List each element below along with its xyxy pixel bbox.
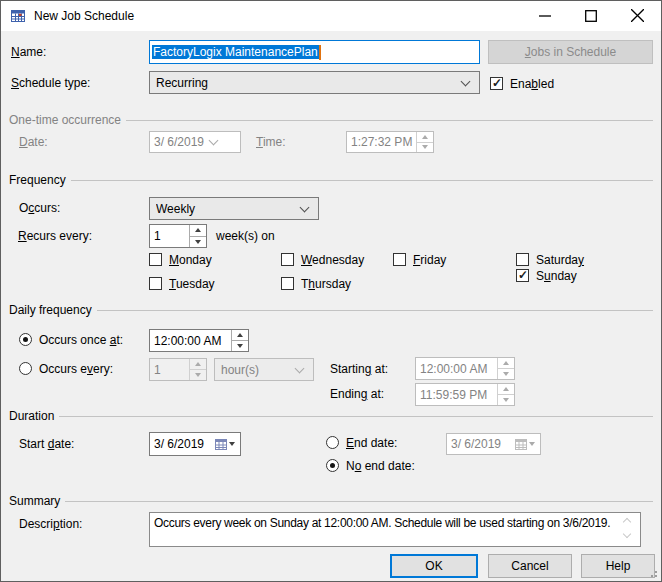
starting-at-value: 12:00:00 AM — [416, 358, 497, 379]
schedule-type-value: Recurring — [156, 76, 456, 90]
thursday-label: Thursday — [301, 277, 351, 291]
start-date-picker[interactable]: 3/ 6/2019 — [149, 432, 241, 456]
chevron-down-icon — [295, 363, 305, 373]
spinner-buttons[interactable] — [189, 359, 206, 380]
occurs-once-label: Occurs once at: — [39, 333, 123, 347]
occurs-once-time-spinner[interactable]: 12:00:00 AM — [149, 329, 249, 352]
one-time-time-value: 1:27:32 PM — [347, 132, 416, 152]
spinner-buttons[interactable] — [189, 225, 206, 247]
minimize-button[interactable] — [539, 15, 551, 17]
occurs-label: Occurs: — [19, 201, 60, 215]
ending-at-spinner[interactable]: 11:59:59 PM — [415, 383, 515, 406]
new-job-schedule-dialog: New Job Schedule Name: FactoryLogix Main… — [0, 0, 662, 582]
saturday-checkbox[interactable] — [516, 253, 529, 266]
start-date-label: Start date: — [19, 437, 74, 451]
one-time-occurrence-header: One-time occurrence — [9, 113, 126, 127]
ending-at-label: Ending at: — [330, 387, 384, 401]
schedule-type-select[interactable]: Recurring — [149, 71, 480, 94]
name-input[interactable]: FactoryLogix MaintenancePlan — [149, 40, 480, 64]
schedule-type-label: Schedule type: — [11, 76, 90, 90]
friday-label: Friday — [413, 253, 446, 267]
calendar-icon — [215, 439, 227, 450]
dropdown-arrow-icon — [229, 442, 235, 446]
spinner-buttons[interactable] — [497, 358, 514, 379]
enabled-checkbox[interactable] — [490, 77, 503, 90]
titlebar: New Job Schedule — [1, 1, 661, 31]
calendar-icon — [515, 439, 527, 450]
wednesday-checkbox[interactable] — [281, 253, 294, 266]
name-value: FactoryLogix MaintenancePlan — [152, 45, 319, 59]
recurs-every-label: Recurs every: — [18, 229, 92, 243]
spinner-buttons[interactable] — [497, 384, 514, 405]
tuesday-checkbox[interactable] — [149, 277, 162, 290]
cancel-button[interactable]: Cancel — [488, 554, 572, 578]
occurs-select[interactable]: Weekly — [149, 197, 319, 220]
text-caret — [319, 45, 321, 60]
sunday-checkbox[interactable] — [516, 269, 529, 282]
saturday-label: Saturday — [536, 253, 584, 267]
description-label: Description: — [19, 517, 82, 531]
spinner-buttons[interactable] — [231, 330, 248, 351]
ok-button[interactable]: OK — [390, 554, 478, 578]
duration-header: Duration — [9, 409, 59, 423]
window-title: New Job Schedule — [34, 9, 134, 23]
monday-label: Monday — [169, 253, 212, 267]
weeks-on-label: week(s) on — [216, 229, 275, 243]
name-label: Name: — [11, 45, 46, 59]
tuesday-label: Tuesday — [169, 277, 215, 291]
frequency-header: Frequency — [9, 173, 71, 187]
occurs-every-unit-select[interactable]: hour(s) — [214, 358, 314, 381]
one-time-date-select[interactable]: 3/ 6/2019 — [149, 131, 241, 153]
daily-frequency-header: Daily frequency — [9, 303, 97, 317]
sunday-label: Sunday — [536, 269, 577, 283]
help-button[interactable]: Help — [581, 554, 655, 578]
chevron-down-icon — [300, 202, 310, 212]
end-date-radio[interactable] — [326, 436, 339, 449]
description-text: Occurs every week on Sunday at 12:00:00 … — [149, 512, 641, 547]
ending-at-value: 11:59:59 PM — [416, 384, 497, 405]
no-end-date-radio[interactable] — [326, 459, 339, 472]
chevron-down-icon — [209, 136, 219, 146]
chevron-down-icon — [461, 76, 471, 86]
wednesday-label: Wednesday — [301, 253, 364, 267]
spinner-buttons[interactable] — [416, 132, 433, 152]
one-time-date-value: 3/ 6/2019 — [154, 135, 204, 149]
monday-checkbox[interactable] — [149, 253, 162, 266]
end-date-picker[interactable]: 3/ 6/2019 — [446, 433, 541, 455]
occurs-every-value-spinner[interactable]: 1 — [149, 358, 207, 381]
enabled-label: Enabled — [510, 77, 554, 91]
starting-at-label: Starting at: — [330, 362, 388, 376]
occurs-once-time-value: 12:00:00 AM — [150, 330, 231, 351]
occurs-every-unit-value: hour(s) — [221, 363, 290, 377]
occurs-every-radio[interactable] — [19, 362, 32, 375]
close-button[interactable] — [631, 9, 644, 22]
occurs-value: Weekly — [156, 202, 295, 216]
recurs-every-spinner[interactable]: 1 — [149, 224, 207, 248]
occurs-every-label: Occurs every: — [39, 362, 113, 376]
one-time-time-spinner[interactable]: 1:27:32 PM — [346, 131, 434, 153]
schedule-icon — [10, 8, 26, 24]
start-date-value: 3/ 6/2019 — [154, 437, 204, 451]
maximize-button[interactable] — [585, 10, 597, 22]
dropdown-arrow-icon — [529, 442, 535, 446]
jobs-in-schedule-button[interactable]: Jobs in Schedule — [488, 40, 653, 64]
end-date-value: 3/ 6/2019 — [451, 437, 501, 451]
resize-grip[interactable] — [648, 568, 658, 578]
time-label: Time: — [256, 135, 286, 149]
starting-at-spinner[interactable]: 12:00:00 AM — [415, 357, 515, 380]
friday-checkbox[interactable] — [393, 253, 406, 266]
thursday-checkbox[interactable] — [281, 277, 294, 290]
occurs-once-radio[interactable] — [19, 333, 32, 346]
occurs-every-value: 1 — [150, 359, 189, 380]
recurs-every-value: 1 — [150, 225, 189, 247]
end-date-label: End date: — [346, 436, 397, 450]
no-end-date-label: No end date: — [346, 459, 415, 473]
summary-header: Summary — [9, 494, 65, 508]
date-label: Date: — [19, 135, 48, 149]
